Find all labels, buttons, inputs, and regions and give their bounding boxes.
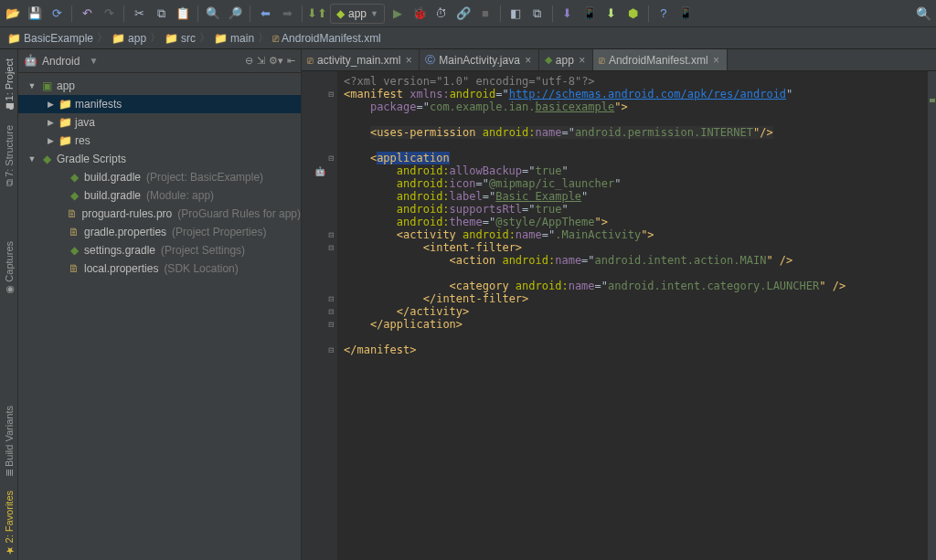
tree-node-proguard[interactable]: 🗎 proguard-rules.pro (ProGuard Rules for… [18,205,301,223]
crumb-main[interactable]: 📁main [214,32,254,45]
close-icon[interactable]: × [712,54,721,67]
crumb-src[interactable]: 📁src [165,32,196,45]
crumb-project[interactable]: 📁BasicExample [7,32,93,45]
expand-caret-icon[interactable]: ▶ [46,100,55,109]
expand-caret-icon[interactable]: ▶ [46,118,55,127]
tree-node-java[interactable]: ▶ 📁 java [18,113,301,132]
editor-tab-activitymain[interactable]: ⎚activity_main.xml× [302,49,420,70]
screenshot-icon[interactable]: ⧉ [528,5,547,23]
refresh-icon[interactable]: ⟳ [48,5,66,23]
module-icon: ▣ [40,79,53,92]
expand-caret-icon[interactable]: ▼ [27,81,37,90]
open-icon[interactable]: 📂 [4,5,22,23]
save-icon[interactable]: 💾 [26,5,44,23]
tree-hint: (ProGuard Rules for app) [177,207,301,220]
tab-label: MainActivity.java [439,54,519,67]
crumb-label: BasicExample [24,32,93,45]
crumb-label: app [128,32,146,45]
tree-node-res[interactable]: ▶ 📁 res [18,132,301,150]
project-view-name[interactable]: Android [42,55,80,68]
file-icon: 🗎 [68,262,80,275]
paste-icon[interactable]: 📋 [174,5,192,23]
crumb-sep: 〉 [258,30,269,46]
debug-icon[interactable]: 🐞 [410,5,429,23]
android-icon: 🤖 [24,54,38,69]
copy-icon[interactable]: ⧉ [152,5,170,23]
redo-icon[interactable]: ↷ [100,5,118,23]
back-icon[interactable]: ⬅ [256,5,274,23]
monitor-icon[interactable]: ⬢ [624,5,643,23]
tree-node-gradlescripts[interactable]: ▼ ◆ Gradle Scripts [18,150,301,168]
tree-node-gradleprops[interactable]: 🗎 gradle.properties (Project Properties) [18,223,301,241]
expand-caret-icon[interactable]: ▼ [27,154,37,164]
editor-marker-bar[interactable] [927,71,936,560]
breadcrumb: 📁BasicExample 〉 📁app 〉 📁src 〉 📁main 〉 ⎚A… [0,27,936,49]
folder-icon: 📁 [58,134,71,147]
gradle-file-icon: ◆ [68,244,80,257]
sdk-icon[interactable]: ⬇ [602,5,621,23]
tree-node-app[interactable]: ▼ ▣ app [18,77,301,95]
make-icon[interactable]: ⬇⬆ [308,5,326,23]
crumb-sep: 〉 [199,30,210,46]
stop-icon[interactable]: ■ [476,5,495,23]
help-icon[interactable]: ? [654,5,673,23]
tree-node-manifests[interactable]: ▶ 📁 manifests [18,95,301,113]
forward-icon[interactable]: ➡ [278,5,296,23]
rail-tab-favorites[interactable]: ★ 2: Favorites [3,487,15,560]
expand-icon[interactable]: ⇲ [257,55,265,67]
editor-tab-mainactivity[interactable]: ⒸMainActivity.java× [420,49,538,70]
project-tool-window: 🤖 Android ▼ ⊖ ⇲ ⚙︎▾ ⇤ ▼ ▣ app ▶ 📁 manife… [18,49,302,560]
settings-gear-icon[interactable]: ⚙︎▾ [269,55,283,67]
android-icon: ◆ [336,7,345,20]
undo-icon[interactable]: ↶ [78,5,96,23]
tree-hint: (Project Properties) [172,226,266,238]
tree-label: res [75,134,90,147]
chevron-down-icon[interactable]: ▼ [89,56,98,66]
profile-icon[interactable]: ⏱ [432,5,451,23]
expand-caret-icon[interactable]: ▶ [46,136,55,145]
editor-tab-appgradle[interactable]: ◆app× [539,49,593,70]
xml-icon: ⎚ [272,32,279,45]
rail-tab-captures[interactable]: ◉ Captures [3,238,15,300]
tree-label: java [75,116,95,129]
rail-tab-structure[interactable]: ⧉ 7: Structure [4,122,15,190]
editor-area: ⎚activity_main.xml× ⒸMainActivity.java× … [302,49,936,560]
find-icon[interactable]: 🔍 [204,5,222,23]
rail-tab-variants[interactable]: ≣ Build Variants [3,402,15,481]
close-icon[interactable]: × [578,54,587,67]
marker-icon[interactable] [930,99,935,102]
cut-icon[interactable]: ✂ [130,5,148,23]
close-icon[interactable]: × [404,54,413,67]
device-icon[interactable]: 📱 [676,5,695,23]
run-icon[interactable]: ▶ [388,5,407,23]
tree-node-buildgradle-module[interactable]: ◆ build.gradle (Module: app) [18,186,301,205]
hide-icon[interactable]: ⇤ [287,55,295,67]
replace-icon[interactable]: 🔎 [226,5,244,23]
gradle-file-icon: ◆ [68,171,80,184]
tree-node-localprops[interactable]: 🗎 local.properties (SDK Location) [18,259,301,278]
editor-tab-manifest[interactable]: ⎚AndroidManifest.xml× [593,49,728,70]
tree-node-settingsgradle[interactable]: ◆ settings.gradle (Project Settings) [18,241,301,259]
crumb-app[interactable]: 📁app [112,32,146,45]
tree-hint: (Module: app) [146,189,214,202]
tree-hint: (SDK Location) [164,262,238,275]
close-icon[interactable]: × [524,54,533,67]
avd-icon[interactable]: 📱 [580,5,599,23]
layout-icon[interactable]: ◧ [506,5,525,23]
folder-icon: 📁 [58,116,71,129]
sync-icon[interactable]: ⬇ [558,5,577,23]
run-config-combo[interactable]: ◆ app ▼ [330,4,385,24]
attach-icon[interactable]: 🔗 [454,5,473,23]
tree-node-buildgradle-project[interactable]: ◆ build.gradle (Project: BasicExample) [18,168,301,186]
rail-tab-project[interactable]: 🖿 1: Project [4,55,15,116]
folder-icon: 📁 [112,32,125,45]
crumb-file[interactable]: ⎚AndroidManifest.xml [272,32,381,45]
editor-gutter[interactable]: ⊟ ⊟ 🤖 ⊟ ⊟ ⊟ ⊟ ⊟ ⊟ [302,71,338,560]
project-header: 🤖 Android ▼ ⊖ ⇲ ⚙︎▾ ⇤ [18,49,301,73]
folder-icon: 📁 [58,98,71,111]
code-editor[interactable]: <?xml version="1.0" encoding="utf-8"?> <… [338,71,927,560]
file-icon: 🗎 [68,226,80,238]
tree-hint: (Project: BasicExample) [146,171,263,184]
collapse-icon[interactable]: ⊖ [245,55,253,67]
search-icon[interactable]: 🔍 [914,5,932,23]
